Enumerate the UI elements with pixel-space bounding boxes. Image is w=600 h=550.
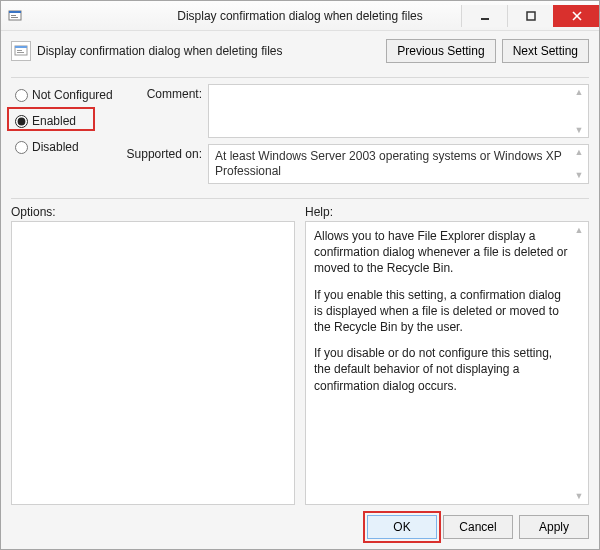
policy-dialog-window: Display confirmation dialog when deletin… xyxy=(0,0,600,550)
window-buttons xyxy=(461,5,599,27)
divider xyxy=(11,198,589,199)
scroll-arrows-icon: ▲▼ xyxy=(572,224,586,502)
help-text: Allows you to have File Explorer display… xyxy=(314,228,568,277)
apply-button[interactable]: Apply xyxy=(519,515,589,539)
supported-label: Supported on: xyxy=(123,144,208,184)
mid-row: Options: Help: Allows you to have File E… xyxy=(11,205,589,505)
radio-disabled[interactable] xyxy=(15,141,28,154)
divider xyxy=(11,77,589,78)
help-pane: Help: Allows you to have File Explorer d… xyxy=(305,205,589,505)
svg-rect-5 xyxy=(527,12,535,20)
scroll-arrows-icon: ▲▼ xyxy=(572,147,586,181)
comment-label: Comment: xyxy=(123,84,208,138)
radio-not-configured[interactable] xyxy=(15,89,28,102)
options-box[interactable] xyxy=(11,221,295,505)
next-setting-button[interactable]: Next Setting xyxy=(502,39,589,63)
maximize-button[interactable] xyxy=(507,5,553,27)
close-button[interactable] xyxy=(553,5,599,27)
state-radio-group: Not Configured Enabled Disabled xyxy=(11,84,123,190)
supported-value: At least Windows Server 2003 operating s… xyxy=(215,149,562,178)
svg-rect-9 xyxy=(15,46,27,48)
button-row: OK Cancel Apply xyxy=(11,515,589,539)
previous-setting-button[interactable]: Previous Setting xyxy=(386,39,495,63)
svg-rect-10 xyxy=(17,50,22,51)
app-icon xyxy=(7,8,23,24)
options-label: Options: xyxy=(11,205,295,219)
scroll-arrows-icon: ▲▼ xyxy=(572,87,586,135)
radio-disabled-label[interactable]: Disabled xyxy=(32,140,79,154)
header-row: Display confirmation dialog when deletin… xyxy=(11,39,589,63)
radio-enabled[interactable] xyxy=(15,115,28,128)
top-row: Not Configured Enabled Disabled Comment:… xyxy=(11,84,589,190)
radio-enabled-label[interactable]: Enabled xyxy=(32,114,76,128)
help-text: If you enable this setting, a confirmati… xyxy=(314,287,568,336)
svg-rect-3 xyxy=(11,17,18,18)
supported-on-box: At least Windows Server 2003 operating s… xyxy=(208,144,589,184)
svg-rect-4 xyxy=(481,18,489,20)
titlebar: Display confirmation dialog when deletin… xyxy=(1,1,599,31)
ok-button[interactable]: OK xyxy=(367,515,437,539)
cancel-button[interactable]: Cancel xyxy=(443,515,513,539)
help-text: If you disable or do not configure this … xyxy=(314,345,568,394)
client-area: Display confirmation dialog when deletin… xyxy=(1,31,599,549)
svg-rect-11 xyxy=(17,52,24,53)
comment-textarea[interactable]: ▲▼ xyxy=(208,84,589,138)
minimize-button[interactable] xyxy=(461,5,507,27)
policy-icon xyxy=(11,41,31,61)
radio-not-configured-label[interactable]: Not Configured xyxy=(32,88,113,102)
svg-rect-2 xyxy=(11,15,16,16)
options-pane: Options: xyxy=(11,205,295,505)
svg-rect-1 xyxy=(9,11,21,13)
help-label: Help: xyxy=(305,205,589,219)
help-box: Allows you to have File Explorer display… xyxy=(305,221,589,505)
header-subtitle: Display confirmation dialog when deletin… xyxy=(37,44,380,58)
field-column: Comment: ▲▼ Supported on: At least Windo… xyxy=(123,84,589,190)
